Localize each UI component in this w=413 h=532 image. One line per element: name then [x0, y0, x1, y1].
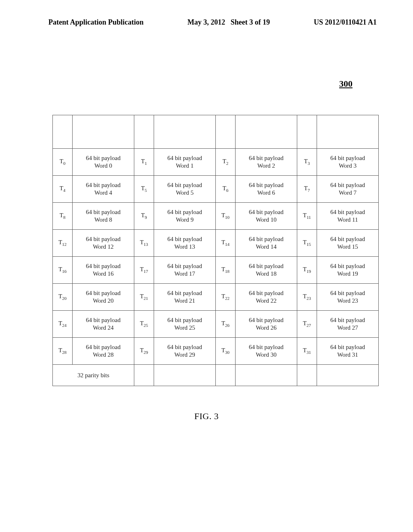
t-label: T7	[297, 176, 317, 203]
t-label: T25	[134, 311, 154, 338]
payload-cell: 64 bit payloadWord 0	[73, 149, 134, 176]
t-label: T29	[134, 338, 154, 365]
payload-cell: 64 bit payloadWord 23	[317, 284, 379, 311]
payload-cell: 64 bit payloadWord 1	[154, 149, 216, 176]
payload-cell: 64 bit payloadWord 2	[236, 149, 297, 176]
payload-cell: 64 bit payloadWord 22	[236, 284, 297, 311]
payload-cell: 64 bit payloadWord 24	[73, 311, 134, 338]
footer-blank-payload	[154, 365, 216, 386]
figure-caption: FIG. 3	[0, 411, 413, 422]
payload-cell: 64 bit payloadWord 30	[236, 338, 297, 365]
payload-cell: 64 bit payloadWord 13	[154, 230, 216, 257]
t-label: T3	[297, 149, 317, 176]
payload-cell: 64 bit payloadWord 29	[154, 338, 216, 365]
t-label: T20	[53, 284, 73, 311]
t-label: T30	[216, 338, 236, 365]
t-label: T22	[216, 284, 236, 311]
t-label: T1	[134, 149, 154, 176]
footer-blank-t	[216, 365, 236, 386]
t-label: T26	[216, 311, 236, 338]
footer-blank-t	[297, 365, 317, 386]
page-header: Patent Application Publication May 3, 20…	[0, 0, 413, 27]
t-label: T19	[297, 257, 317, 284]
header-blank-payload	[73, 115, 134, 149]
payload-cell: 64 bit payloadWord 11	[317, 203, 379, 230]
t-label: T31	[297, 338, 317, 365]
footer-blank-payload	[236, 365, 297, 386]
t-label: T0	[53, 149, 73, 176]
header-blank-t	[53, 115, 73, 149]
t-label: T13	[134, 230, 154, 257]
header-blank-t	[297, 115, 317, 149]
payload-cell: 64 bit payloadWord 17	[154, 257, 216, 284]
payload-cell: 64 bit payloadWord 20	[73, 284, 134, 311]
t-label: T6	[216, 176, 236, 203]
payload-cell: 64 bit payloadWord 10	[236, 203, 297, 230]
t-label: T14	[216, 230, 236, 257]
t-label: T10	[216, 203, 236, 230]
t-label: T5	[134, 176, 154, 203]
header-blank-payload	[317, 115, 379, 149]
t-label: T12	[53, 230, 73, 257]
payload-cell: 64 bit payloadWord 14	[236, 230, 297, 257]
payload-cell: 64 bit payloadWord 4	[73, 176, 134, 203]
payload-cell: 64 bit payloadWord 19	[317, 257, 379, 284]
parity-cell: 32 parity bits	[53, 365, 134, 386]
header-blank-t	[134, 115, 154, 149]
t-label: T28	[53, 338, 73, 365]
t-label: T15	[297, 230, 317, 257]
payload-cell: 64 bit payloadWord 6	[236, 176, 297, 203]
payload-cell: 64 bit payloadWord 28	[73, 338, 134, 365]
t-label: T2	[216, 149, 236, 176]
payload-cell: 64 bit payloadWord 16	[73, 257, 134, 284]
footer-blank-t	[134, 365, 154, 386]
payload-cell: 64 bit payloadWord 12	[73, 230, 134, 257]
payload-cell: 64 bit payloadWord 15	[317, 230, 379, 257]
payload-cell: 64 bit payloadWord 26	[236, 311, 297, 338]
payload-cell: 64 bit payloadWord 27	[317, 311, 379, 338]
t-label: T9	[134, 203, 154, 230]
header-blank-payload	[236, 115, 297, 149]
payload-table: T064 bit payloadWord 0T164 bit payloadWo…	[52, 115, 379, 386]
payload-cell: 64 bit payloadWord 31	[317, 338, 379, 365]
t-label: T21	[134, 284, 154, 311]
header-left: Patent Application Publication	[48, 18, 144, 27]
t-label: T11	[297, 203, 317, 230]
payload-table-wrap: T064 bit payloadWord 0T164 bit payloadWo…	[52, 115, 362, 386]
t-label: T24	[53, 311, 73, 338]
payload-cell: 64 bit payloadWord 8	[73, 203, 134, 230]
payload-cell: 64 bit payloadWord 9	[154, 203, 216, 230]
header-right: US 2012/0110421 A1	[314, 18, 377, 27]
t-label: T8	[53, 203, 73, 230]
header-center: May 3, 2012 Sheet 3 of 19	[188, 18, 270, 27]
figure-reference-number: 300	[339, 79, 353, 89]
payload-cell: 64 bit payloadWord 18	[236, 257, 297, 284]
t-label: T4	[53, 176, 73, 203]
payload-cell: 64 bit payloadWord 25	[154, 311, 216, 338]
header-blank-payload	[154, 115, 216, 149]
t-label: T18	[216, 257, 236, 284]
header-blank-t	[216, 115, 236, 149]
t-label: T16	[53, 257, 73, 284]
payload-cell: 64 bit payloadWord 5	[154, 176, 216, 203]
footer-blank-payload	[317, 365, 379, 386]
t-label: T17	[134, 257, 154, 284]
payload-cell: 64 bit payloadWord 3	[317, 149, 379, 176]
payload-cell: 64 bit payloadWord 21	[154, 284, 216, 311]
t-label: T23	[297, 284, 317, 311]
payload-cell: 64 bit payloadWord 7	[317, 176, 379, 203]
t-label: T27	[297, 311, 317, 338]
